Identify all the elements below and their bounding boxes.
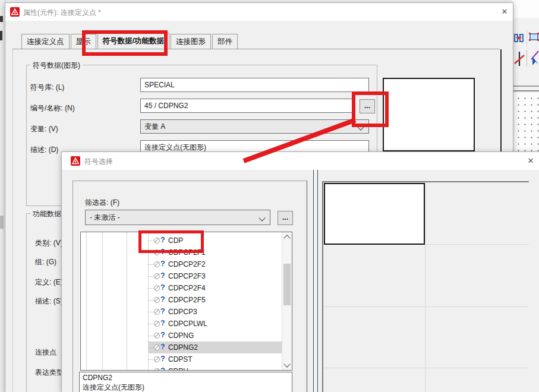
chevron-down-icon[interactable] [259,214,265,221]
tree-item[interactable]: ? CDPCPLWL [148,318,282,330]
properties-dialog-titlebar[interactable]: 属性(元件): 连接定义点 * ✕ [5,3,513,21]
tree-connector [148,324,153,324]
screen: 属性(元件): 连接定义点 * ✕ 连接定义点 显示 符号数据/功能数据 连接图… [0,0,539,392]
variant-value: 变量 A [144,122,165,131]
properties-dialog-title: 属性(元件): 连接定义点 * [23,8,101,18]
close-icon[interactable]: ✕ [525,156,536,166]
symbol-question-icon: ? [153,343,166,352]
grid-line [323,306,529,307]
schematic-grid-canvas[interactable] [512,93,539,151]
tab-label: 部件 [218,37,232,46]
tree-item[interactable]: ? CDPCP2F4 [148,282,282,294]
close-icon[interactable]: ✕ [499,7,510,17]
line-break-icon[interactable] [513,50,525,67]
tab-label: 符号数据/功能数据 [103,37,164,45]
tree-connector [148,336,153,336]
symbol-dialog-titlebar[interactable]: 符号选择 ✕ [62,152,539,170]
tab[interactable]: 显示 [71,34,96,49]
symbol-browse-button[interactable]: ... [360,99,375,113]
filter-combobox[interactable]: - 未激活 - [85,210,270,225]
tree-item[interactable]: ? CDPCP2F1 [148,246,282,258]
category-label: 类别: (V) [35,238,63,248]
tree-item-label: CDPCP2F1 [168,246,206,258]
tree-item[interactable]: ? CDPCP2F2 [148,258,282,270]
definition-label: 定义: (E) [35,277,63,287]
symbol-library-label: 符号库: (L) [30,83,64,92]
tree-item[interactable]: ? CDP [148,235,282,246]
selected-variant-cell[interactable] [324,183,425,245]
scroll-down-icon[interactable] [283,361,290,367]
tree-connector [148,312,153,312]
tree-connector [148,359,153,360]
pointer-icon[interactable] [529,50,539,67]
tree-connector [148,347,153,348]
connection-symbol-icon[interactable] [513,32,525,45]
filter-label: 筛选器: (F) [85,198,119,208]
eplan-logo-icon [10,7,20,17]
symbol-info-box: CDPNG2 连接定义点(无图形) [79,372,292,392]
symbol-tree[interactable]: ? CDP ? CDPCP2F1 ? CDPCP2F2 ? CDPCP2F3 [80,232,292,371]
tree-connector [148,288,153,289]
tree-item-label: CDPCP2F4 [168,282,206,294]
grid-line [425,182,425,392]
variant-combobox[interactable]: 变量 A [140,119,369,134]
background-scrollbar-fragment [0,216,4,229]
tree-item[interactable]: ? CDPST [148,353,282,365]
filter-browse-button[interactable]: ... [278,211,293,225]
tree-item-label: CDPST [168,353,193,365]
tree-item-label: CDPNG2 [168,342,198,353]
tree-item[interactable]: ? CDPNG2 [148,342,282,353]
tab[interactable]: 部件 [212,34,238,49]
function-data-legend: 功能数据 [30,209,64,219]
connection-points-label: 连接点 [35,347,56,357]
tab-label: 连接定义点 [27,37,64,46]
tree-indent-guide [102,232,103,370]
pane-splitter[interactable] [313,170,318,392]
window-edge [512,86,539,87]
tab[interactable]: 连接定义点 [21,34,70,49]
tab-bar: 连接定义点 显示 符号数据/功能数据 连接图形 部件 [21,34,239,49]
tree-item-label: CDPCP2F3 [168,270,206,282]
symbol-number-name-input[interactable]: 45 / CDPNG2 [140,99,355,113]
symbol-question-icon: ? [153,260,166,268]
symbol-preview-box [383,78,475,151]
tree-item[interactable]: ? CDPCP3 [148,306,282,318]
tree-item-label: CDP [168,235,183,246]
tab-label: 显示 [76,37,91,46]
tree-item-label: CDPCP2F5 [168,294,206,306]
frame-icon[interactable] [528,31,539,43]
tree-item-label: CDPU [168,365,188,371]
tab[interactable]: 符号数据/功能数据 [97,33,169,49]
tree-item[interactable]: ? CDPU [148,365,282,371]
grid-line [323,368,529,368]
tree-scrollbar[interactable] [282,232,292,370]
background-glyph [0,16,3,22]
group-label: 组: (G) [35,257,56,267]
symbol-number-name-label: 编号/名称: (N) [30,103,75,113]
symbol-question-icon: ? [153,296,166,304]
toolbar-separator [527,30,527,46]
tab-label: 连接图形 [176,37,206,46]
scrollbar-thumb[interactable] [283,264,291,305]
symbol-info-description: 连接定义点(无图形) [83,382,289,392]
tab[interactable]: 连接图形 [171,34,211,49]
tree-connector [148,276,153,277]
symbol-question-icon: ? [153,308,166,316]
symbol-info-name: CDPNG2 [83,373,289,382]
chevron-down-icon[interactable] [357,124,364,130]
tree-item[interactable]: ? CDPCP2F3 [148,270,282,282]
symbol-variant-grid[interactable] [322,181,529,392]
tree-indent-guide [86,232,87,370]
tree-item[interactable]: ? CDPCP2F5 [148,294,282,306]
tree-item[interactable]: ? CDPNG [148,330,282,342]
tree-item-label: CDPNG [168,330,194,342]
tree-item-label: CDPCP2F2 [168,258,206,270]
symbol-question-icon: ? [153,355,166,363]
tree-connector [148,264,153,265]
background-app-window [512,0,539,151]
symbol-question-icon: ? [153,367,166,371]
toolbar-separator [527,50,527,67]
symbol-library-input[interactable]: SPECIAL [140,78,369,92]
scroll-up-icon[interactable] [283,235,290,241]
tree-item-label: CDPCP3 [168,306,197,318]
